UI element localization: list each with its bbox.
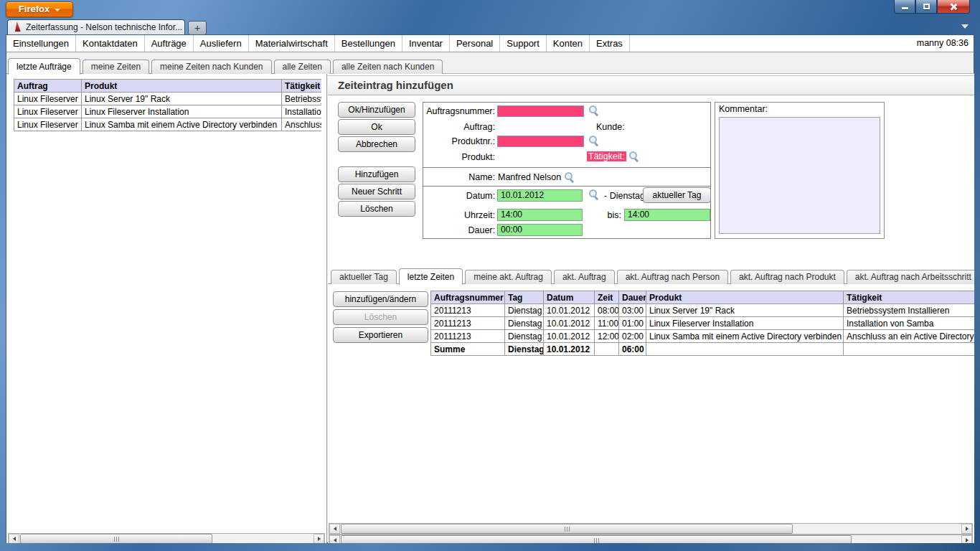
panel-horizontal-scrollbar[interactable] (329, 534, 973, 543)
left-tab[interactable]: alle Zeiten (274, 60, 331, 74)
table-header-row: Auftrag Produkt Tätigkeit (14, 80, 322, 93)
col-datum[interactable]: Datum (544, 291, 595, 304)
form-action-button[interactable]: Abbrechen (338, 136, 415, 152)
menu-item[interactable]: Support (500, 35, 547, 52)
produktnr-input[interactable] (497, 136, 584, 147)
times-action-button[interactable]: Exportieren (333, 327, 428, 343)
left-tab[interactable]: alle Zeiten nach Kunden (333, 60, 443, 74)
form-action-button[interactable]: Ok/Hinzufügen (338, 102, 415, 118)
firefox-button-label: Firefox (19, 4, 50, 14)
menu-item[interactable]: Kontaktdaten (76, 35, 145, 52)
datum-input[interactable]: 10.01.2012 (497, 189, 583, 202)
col-tag[interactable]: Tag (505, 291, 544, 304)
col-produkt[interactable]: Produkt (82, 80, 282, 93)
grip-icon (565, 527, 570, 532)
table-row[interactable]: 20111213Dienstag10.01.201211:0001:00Linu… (431, 317, 975, 330)
auftragsnummer-input[interactable] (497, 105, 584, 117)
bottom-tab[interactable]: akt. Auftrag (554, 270, 615, 284)
scrollbar-thumb[interactable] (341, 535, 852, 543)
table-row[interactable]: Linux FileserverLinux Fileserver Install… (14, 105, 322, 118)
browser-tab[interactable]: Zeiterfassung - Nelson technische Infor.… (7, 19, 185, 35)
form-action-button[interactable]: Hinzufügen (338, 166, 415, 182)
menu-item[interactable]: Ausliefern (194, 35, 249, 52)
table-row[interactable]: 20111213Dienstag10.01.201212:0002:00Linu… (431, 330, 975, 343)
dauer-input[interactable]: 00:00 (497, 224, 583, 236)
scroll-right-button[interactable] (314, 534, 324, 543)
scrollbar-thumb[interactable] (20, 534, 212, 543)
kommentar-textarea[interactable] (719, 117, 880, 234)
table-row[interactable]: Linux FileserverLinux Server 19" RackBet… (14, 93, 322, 105)
menu-bar: EinstellungenKontaktdatenAufträgeAuslief… (6, 35, 974, 52)
table-horizontal-scrollbar[interactable] (329, 523, 973, 534)
chevron-down-icon (55, 9, 60, 11)
form-action-button[interactable]: Löschen (338, 201, 415, 217)
menu-item[interactable]: Einstellungen (6, 35, 76, 52)
menu-item[interactable]: Konten (547, 35, 590, 52)
scroll-left-button[interactable] (329, 535, 340, 543)
order-section: Auftragsnummer: Auftrag: Kunde: Produktn… (423, 103, 710, 168)
col-auftragsnummer[interactable]: Auftragsnummer (431, 291, 505, 304)
name-section: Name: Manfred Nelson (423, 169, 710, 187)
scrollbar-thumb[interactable] (341, 524, 793, 534)
table-row[interactable]: Linux FileserverLinux Samba mit einem Ac… (14, 118, 322, 131)
scroll-left-button[interactable] (329, 524, 340, 534)
grip-icon (114, 537, 119, 542)
summary-row: Summe Dienstag 10.01.2012 06:00 (431, 343, 975, 356)
arrow-right-icon (966, 538, 969, 542)
col-taetigkeit[interactable]: Tätigkeit (844, 291, 975, 304)
bis-input[interactable]: 14:00 (624, 209, 710, 221)
firefox-menu-button[interactable]: Firefox (6, 1, 73, 17)
times-action-button[interactable]: Löschen (333, 309, 428, 325)
window-controls (894, 0, 970, 14)
uhrzeit-label: Uhrzeit: (423, 210, 495, 220)
form-action-button[interactable]: Neuer Schritt (338, 184, 415, 199)
times-action-button[interactable]: hinzufügen/ändern (333, 291, 428, 307)
user-status: manny 08:36 (917, 35, 969, 52)
bottom-tab[interactable]: akt. Auftrag nach Person (617, 270, 728, 284)
scroll-left-button[interactable] (9, 534, 19, 543)
left-tab[interactable]: meine Zeiten nach Kunden (151, 60, 271, 74)
arrow-left-icon (13, 537, 16, 541)
search-person-icon[interactable] (564, 171, 575, 182)
bottom-tab[interactable]: aktueller Tag (331, 270, 397, 284)
aktueller-tag-button[interactable]: aktueller Tag (643, 187, 711, 203)
horizontal-scrollbar[interactable] (8, 533, 325, 543)
table-row[interactable]: 20111213Dienstag10.01.201208:0003:00Linu… (431, 304, 975, 317)
new-tab-button[interactable]: + (188, 21, 207, 35)
left-tabstrip: letzte Aufträgemeine Zeitenmeine Zeiten … (8, 57, 445, 74)
col-taetigkeit[interactable]: Tätigkeit (282, 80, 322, 93)
left-tab[interactable]: meine Zeiten (83, 60, 149, 74)
menu-item[interactable]: Extras (590, 35, 630, 52)
time-entry-panel: Zeiteintrag hinzufügen Ok/HinzufügenOkAb… (328, 73, 974, 543)
col-dauer[interactable]: Dauer (619, 291, 646, 304)
minimize-button[interactable] (894, 0, 915, 14)
tab-list-chevron-icon[interactable] (961, 24, 969, 29)
form-action-button[interactable]: Ok (338, 119, 415, 135)
weekday-label: - Dienstag (604, 191, 645, 201)
menu-item[interactable]: Materialwirtschaft (249, 35, 335, 52)
bottom-tab[interactable]: akt. Auftrag nach Produkt (730, 270, 844, 284)
search-produkt-icon[interactable] (588, 135, 599, 146)
menu-item[interactable]: Personal (450, 35, 500, 52)
auftrag-label: Auftrag: (423, 122, 495, 132)
bottom-tab[interactable]: meine akt. Auftrag (465, 270, 552, 284)
minimize-icon (902, 7, 908, 9)
col-zeit[interactable]: Zeit (595, 291, 619, 304)
menu-item[interactable]: Aufträge (145, 35, 194, 52)
bottom-tab[interactable]: akt. Auftrag nach Arbeitsschritt (847, 270, 974, 284)
app-logo-icon (14, 22, 22, 32)
search-taetigkeit-icon[interactable] (628, 151, 639, 161)
menu-item[interactable]: Bestellungen (335, 35, 402, 52)
scroll-right-button[interactable] (961, 535, 972, 543)
scroll-right-button[interactable] (961, 524, 972, 534)
left-tab[interactable]: letzte Aufträge (8, 58, 80, 75)
bottom-tab[interactable]: letzte Zeiten (399, 268, 463, 285)
search-auftrag-icon[interactable] (588, 105, 599, 116)
maximize-icon (923, 4, 930, 9)
menu-item[interactable]: Inventar (402, 35, 450, 52)
col-auftrag[interactable]: Auftrag (14, 80, 82, 93)
search-datum-icon[interactable] (588, 189, 599, 199)
close-button[interactable] (937, 0, 970, 14)
maximize-button[interactable] (915, 0, 937, 14)
col-produkt[interactable]: Produkt (646, 291, 844, 304)
